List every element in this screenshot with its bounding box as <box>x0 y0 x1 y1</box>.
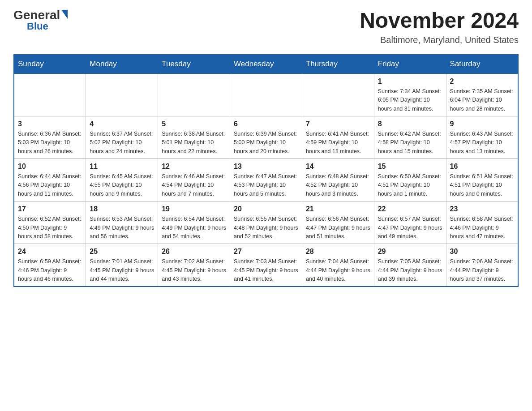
day-info: Sunrise: 7:34 AM Sunset: 6:05 PM Dayligh… <box>378 87 442 113</box>
day-number: 14 <box>306 163 370 171</box>
day-number: 29 <box>378 248 442 256</box>
day-number: 28 <box>306 248 370 256</box>
location-text: Baltimore, Maryland, United States <box>360 35 519 45</box>
day-info: Sunrise: 6:43 AM Sunset: 4:57 PM Dayligh… <box>450 130 514 156</box>
day-info: Sunrise: 6:58 AM Sunset: 4:46 PM Dayligh… <box>450 215 514 241</box>
logo: General Blue <box>13 9 68 31</box>
calendar-cell: 8Sunrise: 6:42 AM Sunset: 4:58 PM Daylig… <box>374 116 446 158</box>
day-number: 13 <box>234 163 298 171</box>
day-info: Sunrise: 6:42 AM Sunset: 4:58 PM Dayligh… <box>378 130 442 156</box>
day-number: 26 <box>162 248 226 256</box>
day-info: Sunrise: 7:04 AM Sunset: 4:44 PM Dayligh… <box>306 257 370 283</box>
day-info: Sunrise: 6:48 AM Sunset: 4:52 PM Dayligh… <box>306 172 370 198</box>
calendar-cell: 24Sunrise: 6:59 AM Sunset: 4:46 PM Dayli… <box>14 244 86 287</box>
day-info: Sunrise: 6:53 AM Sunset: 4:49 PM Dayligh… <box>90 215 154 241</box>
calendar-header-row: SundayMondayTuesdayWednesdayThursdayFrid… <box>14 55 518 73</box>
calendar-cell <box>302 73 374 116</box>
day-number: 30 <box>450 248 514 256</box>
calendar-cell: 12Sunrise: 6:46 AM Sunset: 4:54 PM Dayli… <box>158 159 230 201</box>
calendar-cell: 23Sunrise: 6:58 AM Sunset: 4:46 PM Dayli… <box>446 201 518 244</box>
day-number: 18 <box>90 205 154 213</box>
day-info: Sunrise: 7:01 AM Sunset: 4:45 PM Dayligh… <box>90 257 154 283</box>
day-number: 15 <box>378 163 442 171</box>
day-number: 16 <box>450 163 514 171</box>
calendar-cell: 29Sunrise: 7:05 AM Sunset: 4:44 PM Dayli… <box>374 244 446 287</box>
calendar-cell: 10Sunrise: 6:44 AM Sunset: 4:56 PM Dayli… <box>14 159 86 201</box>
day-number: 22 <box>378 205 442 213</box>
calendar-day-header: Wednesday <box>230 55 302 73</box>
day-info: Sunrise: 7:05 AM Sunset: 4:44 PM Dayligh… <box>378 257 442 283</box>
day-info: Sunrise: 6:57 AM Sunset: 4:47 PM Dayligh… <box>378 215 442 241</box>
calendar-cell: 2Sunrise: 7:35 AM Sunset: 6:04 PM Daylig… <box>446 73 518 116</box>
day-number: 1 <box>378 77 442 86</box>
calendar-day-header: Sunday <box>14 55 86 73</box>
calendar-week-row: 3Sunrise: 6:36 AM Sunset: 5:03 PM Daylig… <box>14 116 518 158</box>
day-number: 10 <box>18 163 82 171</box>
calendar-week-row: 10Sunrise: 6:44 AM Sunset: 4:56 PM Dayli… <box>14 159 518 201</box>
calendar-cell: 18Sunrise: 6:53 AM Sunset: 4:49 PM Dayli… <box>86 201 158 244</box>
day-info: Sunrise: 6:52 AM Sunset: 4:50 PM Dayligh… <box>18 215 82 241</box>
day-number: 24 <box>18 248 82 256</box>
calendar-cell: 28Sunrise: 7:04 AM Sunset: 4:44 PM Dayli… <box>302 244 374 287</box>
day-info: Sunrise: 6:56 AM Sunset: 4:47 PM Dayligh… <box>306 215 370 241</box>
calendar-cell: 16Sunrise: 6:51 AM Sunset: 4:51 PM Dayli… <box>446 159 518 201</box>
day-number: 3 <box>18 120 82 128</box>
calendar-cell: 20Sunrise: 6:55 AM Sunset: 4:48 PM Dayli… <box>230 201 302 244</box>
calendar-cell: 15Sunrise: 6:50 AM Sunset: 4:51 PM Dayli… <box>374 159 446 201</box>
calendar-cell: 25Sunrise: 7:01 AM Sunset: 4:45 PM Dayli… <box>86 244 158 287</box>
calendar-cell: 22Sunrise: 6:57 AM Sunset: 4:47 PM Dayli… <box>374 201 446 244</box>
calendar-cell: 6Sunrise: 6:39 AM Sunset: 5:00 PM Daylig… <box>230 116 302 158</box>
calendar-table: SundayMondayTuesdayWednesdayThursdayFrid… <box>13 54 519 287</box>
calendar-cell: 4Sunrise: 6:37 AM Sunset: 5:02 PM Daylig… <box>86 116 158 158</box>
calendar-cell <box>158 73 230 116</box>
day-info: Sunrise: 6:37 AM Sunset: 5:02 PM Dayligh… <box>90 130 154 156</box>
day-info: Sunrise: 7:35 AM Sunset: 6:04 PM Dayligh… <box>450 87 514 113</box>
day-number: 2 <box>450 77 514 86</box>
day-info: Sunrise: 7:03 AM Sunset: 4:45 PM Dayligh… <box>234 257 298 283</box>
calendar-day-header: Friday <box>374 55 446 73</box>
month-title: November 2024 <box>360 9 519 33</box>
calendar-cell: 7Sunrise: 6:41 AM Sunset: 4:59 PM Daylig… <box>302 116 374 158</box>
calendar-cell: 19Sunrise: 6:54 AM Sunset: 4:49 PM Dayli… <box>158 201 230 244</box>
day-info: Sunrise: 6:39 AM Sunset: 5:00 PM Dayligh… <box>234 130 298 156</box>
day-number: 12 <box>162 163 226 171</box>
day-info: Sunrise: 6:50 AM Sunset: 4:51 PM Dayligh… <box>378 172 442 198</box>
day-info: Sunrise: 6:47 AM Sunset: 4:53 PM Dayligh… <box>234 172 298 198</box>
day-number: 17 <box>18 205 82 213</box>
day-info: Sunrise: 6:41 AM Sunset: 4:59 PM Dayligh… <box>306 130 370 156</box>
calendar-day-header: Monday <box>86 55 158 73</box>
calendar-cell: 5Sunrise: 6:38 AM Sunset: 5:01 PM Daylig… <box>158 116 230 158</box>
day-number: 6 <box>234 120 298 128</box>
day-number: 11 <box>90 163 154 171</box>
calendar-cell: 27Sunrise: 7:03 AM Sunset: 4:45 PM Dayli… <box>230 244 302 287</box>
day-info: Sunrise: 7:02 AM Sunset: 4:45 PM Dayligh… <box>162 257 226 283</box>
day-number: 8 <box>378 120 442 128</box>
day-info: Sunrise: 6:45 AM Sunset: 4:55 PM Dayligh… <box>90 172 154 198</box>
day-info: Sunrise: 6:51 AM Sunset: 4:51 PM Dayligh… <box>450 172 514 198</box>
calendar-cell: 26Sunrise: 7:02 AM Sunset: 4:45 PM Dayli… <box>158 244 230 287</box>
day-number: 19 <box>162 205 226 213</box>
day-info: Sunrise: 6:46 AM Sunset: 4:54 PM Dayligh… <box>162 172 226 198</box>
calendar-day-header: Tuesday <box>158 55 230 73</box>
day-info: Sunrise: 6:59 AM Sunset: 4:46 PM Dayligh… <box>18 257 82 283</box>
title-area: November 2024 Baltimore, Maryland, Unite… <box>360 9 519 45</box>
calendar-cell: 17Sunrise: 6:52 AM Sunset: 4:50 PM Dayli… <box>14 201 86 244</box>
calendar-cell: 30Sunrise: 7:06 AM Sunset: 4:44 PM Dayli… <box>446 244 518 287</box>
calendar-cell: 3Sunrise: 6:36 AM Sunset: 5:03 PM Daylig… <box>14 116 86 158</box>
calendar-cell: 14Sunrise: 6:48 AM Sunset: 4:52 PM Dayli… <box>302 159 374 201</box>
day-number: 21 <box>306 205 370 213</box>
logo-general-text: General <box>13 9 60 21</box>
day-info: Sunrise: 6:54 AM Sunset: 4:49 PM Dayligh… <box>162 215 226 241</box>
calendar-week-row: 1Sunrise: 7:34 AM Sunset: 6:05 PM Daylig… <box>14 73 518 116</box>
calendar-week-row: 24Sunrise: 6:59 AM Sunset: 4:46 PM Dayli… <box>14 244 518 287</box>
day-number: 7 <box>306 120 370 128</box>
day-number: 5 <box>162 120 226 128</box>
logo-blue-text: Blue <box>27 21 48 31</box>
calendar-week-row: 17Sunrise: 6:52 AM Sunset: 4:50 PM Dayli… <box>14 201 518 244</box>
calendar-cell: 1Sunrise: 7:34 AM Sunset: 6:05 PM Daylig… <box>374 73 446 116</box>
calendar-day-header: Saturday <box>446 55 518 73</box>
day-info: Sunrise: 6:55 AM Sunset: 4:48 PM Dayligh… <box>234 215 298 241</box>
calendar-cell <box>86 73 158 116</box>
day-number: 4 <box>90 120 154 128</box>
day-number: 23 <box>450 205 514 213</box>
